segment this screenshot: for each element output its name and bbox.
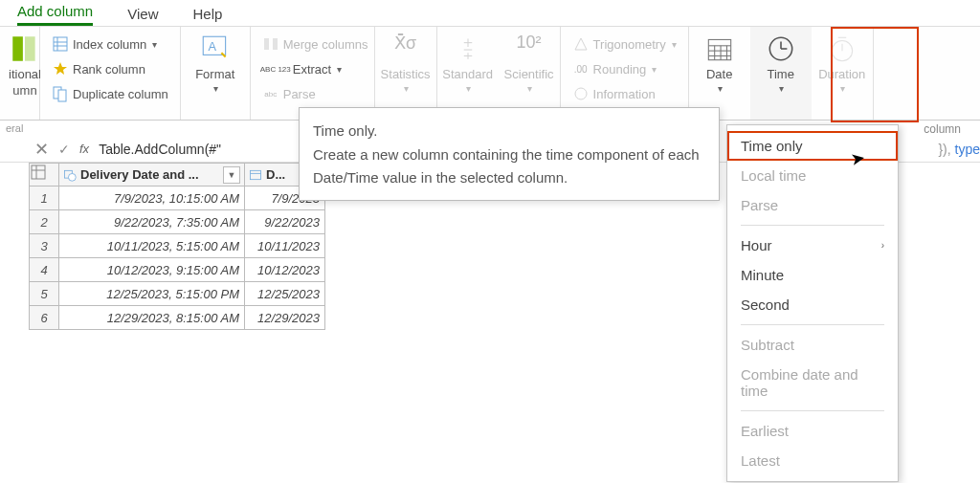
datetime-type-icon bbox=[63, 168, 77, 182]
row-number[interactable]: 4 bbox=[29, 258, 59, 282]
cell-date[interactable]: 12/29/2023 bbox=[245, 306, 325, 330]
fx-label: fx bbox=[79, 142, 89, 156]
label-column-cut: column bbox=[924, 122, 961, 136]
format-label: Format bbox=[195, 67, 234, 81]
tab-help[interactable]: Help bbox=[192, 6, 222, 26]
extract-button[interactable]: ABC 123 Extract▾ bbox=[260, 57, 370, 80]
cell-datetime[interactable]: 12/29/2023, 8:15:00 AM bbox=[59, 306, 245, 330]
info-icon bbox=[572, 85, 590, 102]
menu-item-minute[interactable]: Minute bbox=[727, 260, 898, 290]
statistics-button: X̄σ Statistics▾ bbox=[381, 33, 431, 94]
rounding-icon: .00 bbox=[572, 60, 590, 77]
rounding-button: .00 Rounding▾ bbox=[570, 57, 679, 80]
tab-add-column[interactable]: Add column bbox=[17, 3, 93, 26]
duplicate-column-icon bbox=[52, 85, 69, 102]
column-header-delivery-datetime[interactable]: Delivery Date and ... ▼ bbox=[59, 163, 245, 187]
group-number-ops: Trigonometry▾ .00 Rounding▾ Information bbox=[561, 27, 689, 120]
chevron-down-icon: ▾ bbox=[404, 83, 409, 94]
menu-separator bbox=[741, 225, 884, 226]
cell-datetime[interactable]: 10/12/2023, 9:15:00 AM bbox=[59, 258, 245, 282]
duration-button: Duration▾ bbox=[817, 33, 867, 94]
svg-rect-7 bbox=[58, 90, 66, 101]
format-button[interactable]: A Format ▾ bbox=[190, 33, 240, 94]
statistics-icon: X̄σ bbox=[390, 33, 422, 65]
chevron-down-icon: ▾ bbox=[527, 83, 532, 94]
group-time: Time▾ bbox=[750, 27, 812, 120]
menu-item-combine: Combine date and time bbox=[727, 360, 898, 406]
time-dropdown-menu: Time only Local time Parse Hour› Minute … bbox=[726, 124, 899, 482]
cancel-formula-icon[interactable]: ✕ bbox=[34, 139, 49, 160]
tab-view[interactable]: View bbox=[127, 6, 158, 26]
standard-icon bbox=[452, 33, 484, 65]
abc123-icon: ABC 123 bbox=[262, 60, 289, 77]
chevron-down-icon: ▾ bbox=[840, 83, 845, 94]
chevron-down-icon: ▾ bbox=[152, 39, 157, 50]
svg-rect-0 bbox=[12, 36, 23, 61]
select-all-corner[interactable] bbox=[29, 163, 59, 187]
standard-button: Standard▾ bbox=[443, 33, 493, 94]
cell-date[interactable]: 10/12/2023 bbox=[245, 258, 325, 282]
svg-rect-2 bbox=[54, 37, 67, 51]
group-text-ops: Merge columns ABC 123 Extract▾ abc Parse bbox=[251, 27, 375, 120]
cell-date[interactable]: 9/22/2023 bbox=[245, 210, 325, 234]
svg-rect-18 bbox=[708, 39, 730, 59]
svg-rect-31 bbox=[32, 165, 45, 179]
label-umn: umn bbox=[12, 83, 36, 98]
cell-date[interactable]: 10/11/2023 bbox=[245, 234, 325, 258]
date-type-icon bbox=[249, 168, 262, 182]
group-scientific: 10² Scientific▾ bbox=[499, 27, 561, 120]
cell-datetime[interactable]: 9/22/2023, 7:35:00 AM bbox=[59, 210, 245, 234]
menu-item-subtract: Subtract bbox=[727, 330, 898, 360]
row-number[interactable]: 2 bbox=[29, 210, 59, 234]
clock-icon bbox=[765, 33, 797, 65]
scientific-icon: 10² bbox=[513, 33, 546, 65]
tooltip-time-only: Time only. Create a new column containin… bbox=[299, 107, 720, 201]
date-button[interactable]: Date▾ bbox=[695, 33, 745, 94]
time-button[interactable]: Time▾ bbox=[756, 33, 806, 94]
information-button: Information bbox=[570, 82, 679, 105]
group-column-ops: Index column▾ Rank column Duplicate colu… bbox=[40, 27, 181, 120]
group-stats: X̄σ Statistics▾ bbox=[375, 27, 437, 120]
abc-icon: abc bbox=[262, 85, 279, 102]
column-filter-dropdown[interactable]: ▼ bbox=[223, 166, 240, 184]
commit-formula-icon[interactable]: ✓ bbox=[58, 142, 70, 157]
duration-icon bbox=[826, 33, 858, 65]
format-icon: A bbox=[199, 33, 232, 65]
row-number[interactable]: 3 bbox=[29, 234, 59, 258]
row-number[interactable]: 6 bbox=[29, 306, 59, 330]
svg-text:A: A bbox=[208, 39, 216, 54]
calendar-icon bbox=[703, 33, 736, 65]
group-general-cut: itional umn bbox=[0, 27, 40, 120]
group-date: Date▾ bbox=[689, 27, 750, 120]
rank-column-button[interactable]: Rank column bbox=[50, 57, 170, 80]
menu-item-second[interactable]: Second bbox=[727, 290, 898, 319]
menu-item-earliest: Earliest bbox=[727, 416, 898, 446]
chevron-down-icon: ▾ bbox=[652, 64, 657, 75]
svg-rect-36 bbox=[251, 170, 261, 179]
group-standard: Standard▾ bbox=[437, 27, 499, 120]
table-icon bbox=[30, 164, 47, 181]
chevron-down-icon: ▾ bbox=[672, 39, 677, 50]
svg-point-17 bbox=[575, 88, 587, 99]
cell-datetime[interactable]: 10/11/2023, 5:15:00 AM bbox=[59, 234, 245, 258]
row-number[interactable]: 5 bbox=[29, 282, 59, 306]
chevron-down-icon: ▾ bbox=[779, 83, 784, 94]
menu-item-local-time: Local time bbox=[727, 161, 898, 190]
index-column-button[interactable]: Index column▾ bbox=[50, 33, 170, 55]
menu-item-time-only[interactable]: Time only bbox=[727, 131, 898, 161]
cell-datetime[interactable]: 12/25/2023, 5:15:00 PM bbox=[59, 282, 245, 306]
group-duration: Duration▾ bbox=[812, 27, 874, 120]
chevron-right-icon: › bbox=[881, 240, 884, 251]
duplicate-column-button[interactable]: Duplicate column bbox=[50, 82, 170, 105]
index-column-icon bbox=[52, 35, 69, 53]
row-number[interactable]: 1 bbox=[29, 187, 59, 210]
tooltip-body: Create a new column containing the time … bbox=[313, 143, 705, 188]
triangle-icon bbox=[572, 35, 590, 53]
svg-rect-1 bbox=[25, 36, 35, 61]
merge-columns-button: Merge columns bbox=[260, 33, 370, 55]
conditional-column-icon bbox=[9, 33, 41, 65]
cell-datetime[interactable]: 7/9/2023, 10:15:00 AM bbox=[59, 187, 245, 210]
cell-date[interactable]: 12/25/2023 bbox=[245, 282, 325, 306]
rank-column-icon bbox=[52, 60, 69, 77]
menu-item-hour[interactable]: Hour› bbox=[727, 231, 898, 260]
